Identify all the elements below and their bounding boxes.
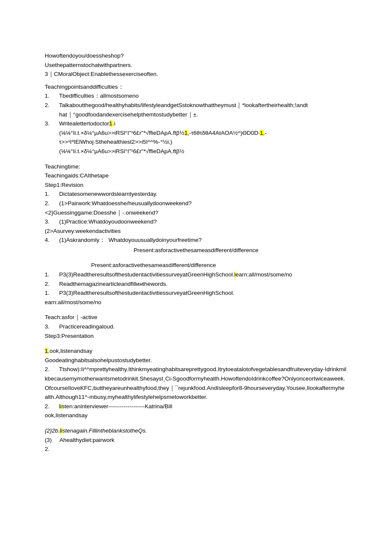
section-step2: Present:asforactivethesameаsdifferent/di… bbox=[45, 261, 347, 307]
line-step4b-italic: {2}2b.listenagain.FillintheblankstоtheQs… bbox=[45, 426, 347, 436]
highlight-3: 1 bbox=[260, 130, 263, 136]
line-step4b-read: 2. bbox=[45, 445, 347, 454]
line-step3-title: Teach:asfor｜-active bbox=[45, 313, 347, 322]
line-step2-2: 2. Readthemagazinearticleandfillинthewor… bbox=[45, 279, 347, 289]
highlight-2: 1 bbox=[184, 130, 188, 136]
line-step3-1a: 3. Practicereadingaloud. bbox=[45, 322, 347, 331]
highlight-1: 1 bbox=[109, 120, 112, 127]
present-label: Present:asforactivethesameаsdifferent/di… bbox=[134, 247, 259, 253]
line-step3-2: Step3:Presentation bbox=[45, 331, 347, 341]
line-step1-2: Step1:Revision bbox=[45, 180, 347, 190]
section-step4: 1.ook,listenandsay Goodeatinghabitsalsoh… bbox=[45, 346, 347, 420]
line-moral: 3｜CMoralObject:Enablethessexerciseoften. bbox=[45, 70, 347, 79]
highlight-step4: 1 bbox=[45, 348, 48, 354]
line-difficulty-1: 1. Tbedifficulties：allmostsomeno bbox=[45, 91, 347, 101]
line-use-patterns: Usethepatternstochatwithpartners. bbox=[45, 61, 347, 70]
section-intro: Howoftendoyou/doessheshop? Usethepattern… bbox=[45, 51, 347, 79]
line-step4-listen: 2. listen:aninterviewer-----------------… bbox=[45, 402, 347, 411]
document-body: Howoftendoyou/doessheshop? Usethepattern… bbox=[45, 51, 347, 454]
line-step1-present: Present:asforactivethesameаsdifferent/di… bbox=[45, 246, 347, 255]
line-teaching-aids: Teachingtime: bbox=[45, 162, 347, 171]
line-step4-1: Goodeatinghabitsalsohelpustostudybetter. bbox=[45, 356, 347, 365]
line-step1-4b: (2>Asurvey:weekendactivities bbox=[45, 227, 347, 236]
line-step4-circle: ook,listenandsay bbox=[45, 411, 347, 420]
line-step2-1: 1. P3(3)Readtheresultsofthestudentactivi… bbox=[45, 270, 347, 279]
section-step1: Teachingtime: Teachingaids:CAIthetape St… bbox=[45, 162, 347, 255]
line-step4b-roleplay: (3) Ahealthydiet:pairwork bbox=[45, 436, 347, 445]
section-teaching-points: Teachingpointsanddifficulties： 1. Tbedif… bbox=[45, 82, 347, 156]
line-step2-title: Present:asforactivethesameаsdifferent/di… bbox=[45, 261, 347, 270]
highlight-listen: l bbox=[59, 403, 61, 410]
line-difficulty-3c: τ>>¹IᵃIElWhoj·Sthehealthiest2>>i5I^^%-ˣ½… bbox=[45, 137, 347, 147]
line-step1-3a: 2. (1>Pairwork:Whatdoesshe/heusuallydoon… bbox=[45, 199, 347, 208]
line-step1-1: Teachingaids:CAIthetape bbox=[45, 171, 347, 180]
line-step1-3b: <2}Guessinggame:Doesshe｜-.onweekend? bbox=[45, 208, 347, 218]
highlight-listenagain: l bbox=[60, 427, 61, 434]
highlight-learn: l bbox=[234, 271, 236, 278]
line-step1-4a: 3. (1)Practice:Whatdoyoudoonweekend? bbox=[45, 217, 347, 227]
line-difficulty-2b: hat｜°goodfoodandexercisehelpthemtostudyb… bbox=[45, 110, 347, 119]
line-how-often: Howoftendoyou/doessheshop? bbox=[45, 51, 347, 61]
line-step2-3: earn:all/most/some/no bbox=[45, 298, 347, 307]
line-difficulty-2a: 2. Talkaboutthegood/healthyhabits/lifest… bbox=[45, 101, 347, 110]
line-teaching-points-title: Teachingpointsanddifficulties： bbox=[45, 82, 347, 92]
line-teaching-time: (⅛⅛°Ii.t.×δ¼°μA6u>>iRSl°I''¹6£r"*√ffieDA… bbox=[45, 147, 347, 156]
line-step4-title: 1.ook,listenandsay bbox=[45, 346, 347, 356]
line-difficulty-3a: 3. Writealettertodoctor1.i bbox=[45, 119, 347, 128]
line-difficulty-3b: (⅛⅛°Ii.t.×δ¼°μA6u>>iRSl°I''¹6£r"*√ffieDA… bbox=[45, 128, 347, 138]
section-step3: Teach:asfor｜-active 3. Practicereadingal… bbox=[45, 313, 347, 340]
line-step2-teach: 1. P3(3)Readtheresultsofthestudentactivi… bbox=[45, 288, 347, 298]
section-step4b: {2}2b.listenagain.FillintheblankstоtheQs… bbox=[45, 426, 347, 454]
line-step1-2b: 1. Dictatesomenewwordslearntyesterday. bbox=[45, 189, 347, 199]
line-step4-2: 2. Ttshow):Ii^^mprettyhealthy.Ithinkmyea… bbox=[45, 365, 347, 401]
line-step1-4c: 4. (1)Askrandomly： Whatdoyouusuallydoiny… bbox=[45, 235, 347, 245]
